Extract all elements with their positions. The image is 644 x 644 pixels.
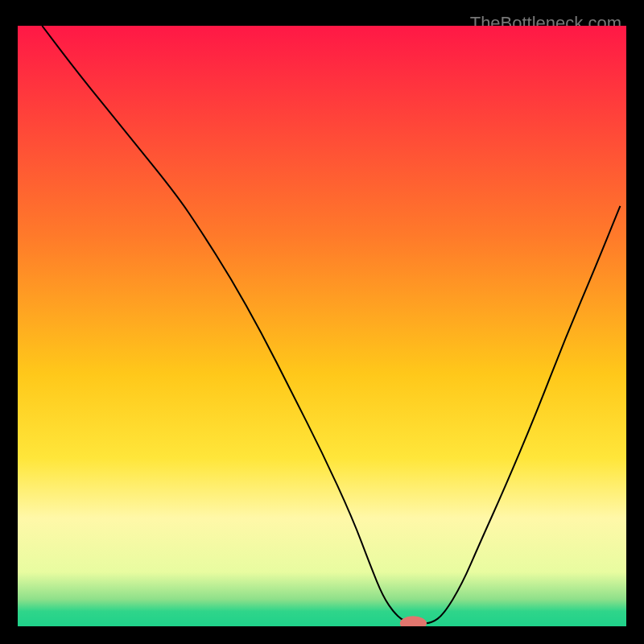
chart-plot-area <box>18 26 626 626</box>
chart-svg <box>18 26 626 626</box>
gradient-background <box>18 26 626 626</box>
chart-frame: TheBottleneck.com <box>10 10 634 634</box>
